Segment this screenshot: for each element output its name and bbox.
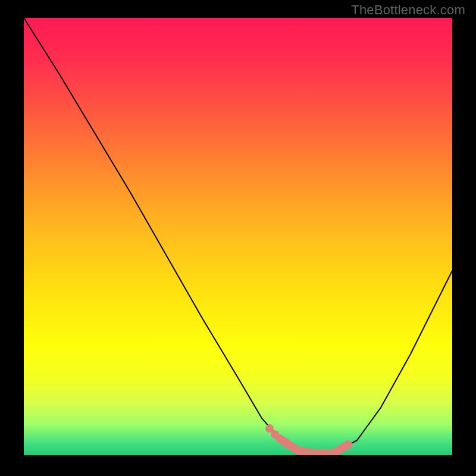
marker-dot (271, 430, 279, 439)
watermark-text: TheBottleneck.com (351, 2, 465, 18)
marker-dots-group (265, 424, 279, 439)
bottleneck-curve-line (24, 18, 452, 453)
chart-plot-area (24, 18, 452, 455)
chart-svg (24, 18, 452, 455)
optimal-range-marker (280, 439, 348, 453)
